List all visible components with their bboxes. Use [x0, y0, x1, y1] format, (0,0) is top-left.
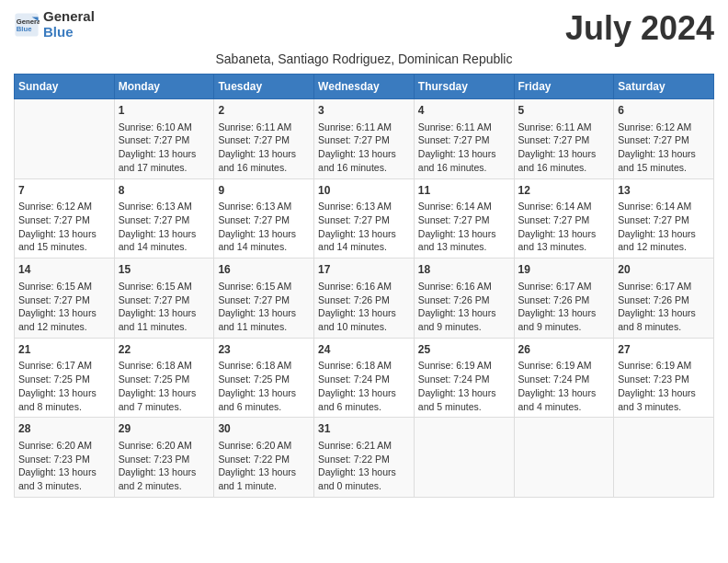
calendar-week-5: 28Sunrise: 6:20 AMSunset: 7:23 PMDayligh… [15, 418, 714, 498]
calendar-cell: 12Sunrise: 6:14 AMSunset: 7:27 PMDayligh… [514, 178, 614, 259]
calendar-cell: 26Sunrise: 6:19 AMSunset: 7:24 PMDayligh… [514, 338, 614, 418]
day-info: Sunrise: 6:16 AMSunset: 7:26 PMDaylight:… [318, 280, 410, 334]
calendar-cell: 17Sunrise: 6:16 AMSunset: 7:26 PMDayligh… [314, 259, 415, 339]
calendar-cell: 4Sunrise: 6:11 AMSunset: 7:27 PMDaylight… [414, 99, 514, 179]
calendar-cell: 7Sunrise: 6:12 AMSunset: 7:27 PMDaylight… [15, 178, 115, 259]
day-info: Sunrise: 6:17 AMSunset: 7:26 PMDaylight:… [618, 280, 710, 334]
subtitle: Sabaneta, Santiago Rodriguez, Dominican … [14, 52, 714, 66]
month-title: July 2024 [565, 9, 714, 48]
calendar-cell [414, 418, 514, 498]
calendar-cell [614, 418, 714, 498]
calendar-week-2: 7Sunrise: 6:12 AMSunset: 7:27 PMDaylight… [15, 178, 714, 259]
calendar-cell: 24Sunrise: 6:18 AMSunset: 7:24 PMDayligh… [314, 338, 415, 418]
svg-text:Blue: Blue [17, 25, 32, 33]
day-info: Sunrise: 6:14 AMSunset: 7:27 PMDaylight:… [618, 200, 710, 254]
day-info: Sunrise: 6:10 AMSunset: 7:27 PMDaylight:… [119, 121, 210, 175]
day-number: 11 [418, 183, 510, 199]
day-number: 13 [618, 183, 710, 199]
calendar-week-4: 21Sunrise: 6:17 AMSunset: 7:25 PMDayligh… [15, 338, 714, 418]
day-info: Sunrise: 6:20 AMSunset: 7:23 PMDaylight:… [119, 439, 210, 493]
day-number: 9 [218, 183, 310, 199]
day-info: Sunrise: 6:16 AMSunset: 7:26 PMDaylight:… [418, 280, 510, 334]
day-number: 23 [218, 342, 310, 358]
day-info: Sunrise: 6:11 AMSunset: 7:27 PMDaylight:… [318, 121, 410, 175]
calendar-cell [514, 418, 614, 498]
day-info: Sunrise: 6:18 AMSunset: 7:25 PMDaylight:… [218, 359, 310, 413]
day-info: Sunrise: 6:15 AMSunset: 7:27 PMDaylight:… [119, 280, 210, 334]
calendar-cell: 2Sunrise: 6:11 AMSunset: 7:27 PMDaylight… [214, 99, 314, 179]
logo-text-line2: Blue [43, 25, 95, 40]
calendar-cell: 14Sunrise: 6:15 AMSunset: 7:27 PMDayligh… [15, 259, 115, 339]
calendar-cell: 22Sunrise: 6:18 AMSunset: 7:25 PMDayligh… [114, 338, 214, 418]
day-number: 26 [518, 342, 610, 358]
day-number: 14 [18, 262, 110, 278]
calendar-cell: 18Sunrise: 6:16 AMSunset: 7:26 PMDayligh… [414, 259, 514, 339]
calendar-cell: 20Sunrise: 6:17 AMSunset: 7:26 PMDayligh… [614, 259, 714, 339]
day-number: 19 [518, 262, 610, 278]
day-info: Sunrise: 6:11 AMSunset: 7:27 PMDaylight:… [418, 121, 510, 175]
day-number: 25 [418, 342, 510, 358]
day-number: 2 [218, 103, 310, 119]
calendar-cell: 31Sunrise: 6:21 AMSunset: 7:22 PMDayligh… [314, 418, 415, 498]
day-number: 22 [119, 342, 210, 358]
calendar-table: SundayMondayTuesdayWednesdayThursdayFrid… [14, 74, 714, 498]
day-info: Sunrise: 6:21 AMSunset: 7:22 PMDaylight:… [318, 439, 410, 493]
day-number: 24 [318, 342, 410, 358]
day-info: Sunrise: 6:12 AMSunset: 7:27 PMDaylight:… [18, 200, 110, 254]
day-info: Sunrise: 6:13 AMSunset: 7:27 PMDaylight:… [218, 200, 310, 254]
day-info: Sunrise: 6:20 AMSunset: 7:23 PMDaylight:… [18, 439, 110, 493]
day-number: 5 [518, 103, 610, 119]
day-number: 17 [318, 262, 410, 278]
day-info: Sunrise: 6:20 AMSunset: 7:22 PMDaylight:… [218, 439, 310, 493]
calendar-cell: 11Sunrise: 6:14 AMSunset: 7:27 PMDayligh… [414, 178, 514, 259]
calendar-week-3: 14Sunrise: 6:15 AMSunset: 7:27 PMDayligh… [15, 259, 714, 339]
calendar-cell: 6Sunrise: 6:12 AMSunset: 7:27 PMDaylight… [614, 99, 714, 179]
day-info: Sunrise: 6:19 AMSunset: 7:23 PMDaylight:… [618, 359, 710, 413]
day-number: 21 [18, 342, 110, 358]
day-info: Sunrise: 6:17 AMSunset: 7:25 PMDaylight:… [18, 359, 110, 413]
calendar-cell: 9Sunrise: 6:13 AMSunset: 7:27 PMDaylight… [214, 178, 314, 259]
calendar-week-1: 1Sunrise: 6:10 AMSunset: 7:27 PMDaylight… [15, 99, 714, 179]
calendar-cell: 19Sunrise: 6:17 AMSunset: 7:26 PMDayligh… [514, 259, 614, 339]
day-info: Sunrise: 6:18 AMSunset: 7:24 PMDaylight:… [318, 359, 410, 413]
calendar-cell: 28Sunrise: 6:20 AMSunset: 7:23 PMDayligh… [15, 418, 115, 498]
day-number: 12 [518, 183, 610, 199]
calendar-cell: 5Sunrise: 6:11 AMSunset: 7:27 PMDaylight… [514, 99, 614, 179]
calendar-cell: 1Sunrise: 6:10 AMSunset: 7:27 PMDaylight… [114, 99, 214, 179]
day-number: 20 [618, 262, 710, 278]
calendar-body: 1Sunrise: 6:10 AMSunset: 7:27 PMDaylight… [15, 99, 714, 498]
column-header-monday: Monday [114, 75, 214, 99]
day-info: Sunrise: 6:17 AMSunset: 7:26 PMDaylight:… [518, 280, 610, 334]
calendar-cell: 21Sunrise: 6:17 AMSunset: 7:25 PMDayligh… [15, 338, 115, 418]
day-number: 1 [119, 103, 210, 119]
day-info: Sunrise: 6:13 AMSunset: 7:27 PMDaylight:… [318, 200, 410, 254]
calendar-cell: 30Sunrise: 6:20 AMSunset: 7:22 PMDayligh… [214, 418, 314, 498]
calendar-cell: 8Sunrise: 6:13 AMSunset: 7:27 PMDaylight… [114, 178, 214, 259]
day-number: 15 [119, 262, 210, 278]
calendar-cell: 3Sunrise: 6:11 AMSunset: 7:27 PMDaylight… [314, 99, 415, 179]
day-number: 10 [318, 183, 410, 199]
calendar-cell: 10Sunrise: 6:13 AMSunset: 7:27 PMDayligh… [314, 178, 415, 259]
day-number: 6 [618, 103, 710, 119]
day-info: Sunrise: 6:11 AMSunset: 7:27 PMDaylight:… [218, 121, 310, 175]
day-number: 28 [18, 421, 110, 437]
column-header-sunday: Sunday [15, 75, 115, 99]
calendar-cell: 27Sunrise: 6:19 AMSunset: 7:23 PMDayligh… [614, 338, 714, 418]
day-info: Sunrise: 6:11 AMSunset: 7:27 PMDaylight:… [518, 121, 610, 175]
column-header-wednesday: Wednesday [314, 75, 415, 99]
column-header-friday: Friday [514, 75, 614, 99]
day-info: Sunrise: 6:12 AMSunset: 7:27 PMDaylight:… [618, 121, 710, 175]
logo: General Blue General Blue [14, 9, 95, 40]
day-number: 18 [418, 262, 510, 278]
day-info: Sunrise: 6:15 AMSunset: 7:27 PMDaylight:… [18, 280, 110, 334]
day-info: Sunrise: 6:13 AMSunset: 7:27 PMDaylight:… [119, 200, 210, 254]
column-header-thursday: Thursday [414, 75, 514, 99]
column-header-saturday: Saturday [614, 75, 714, 99]
calendar-cell: 15Sunrise: 6:15 AMSunset: 7:27 PMDayligh… [114, 259, 214, 339]
day-info: Sunrise: 6:18 AMSunset: 7:25 PMDaylight:… [119, 359, 210, 413]
day-number: 7 [18, 183, 110, 199]
day-number: 4 [418, 103, 510, 119]
day-number: 3 [318, 103, 410, 119]
day-number: 30 [218, 421, 310, 437]
calendar-header-row: SundayMondayTuesdayWednesdayThursdayFrid… [15, 75, 714, 99]
